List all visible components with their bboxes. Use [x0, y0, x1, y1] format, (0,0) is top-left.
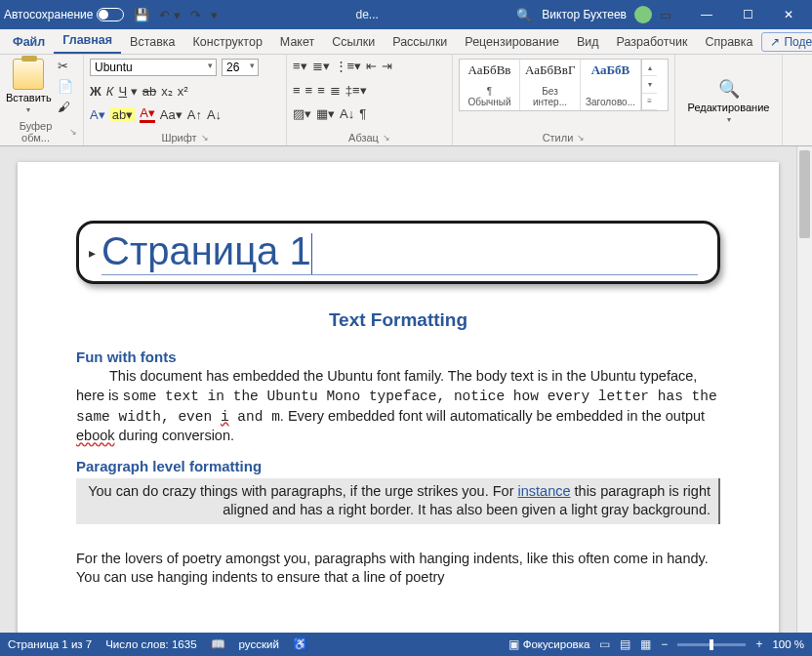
font-size-select[interactable]: 26: [222, 59, 259, 76]
justify-button[interactable]: ≣: [330, 83, 341, 98]
align-left-button[interactable]: ≡: [293, 83, 301, 98]
paragraph-poetry[interactable]: For the lovers of poetry amongst you, pa…: [76, 550, 720, 588]
scroll-thumb[interactable]: [799, 150, 810, 238]
toggle-off-icon[interactable]: [97, 8, 124, 21]
maximize-button[interactable]: ☐: [728, 1, 767, 28]
page-heading[interactable]: Страница 1: [102, 229, 698, 275]
bullets-button[interactable]: ≡▾: [293, 59, 307, 73]
vertical-scrollbar[interactable]: [796, 146, 812, 633]
align-center-button[interactable]: ≡: [305, 83, 313, 98]
tab-layout[interactable]: Макет: [271, 30, 323, 54]
shading-button[interactable]: ▨▾: [293, 106, 311, 121]
paste-icon: [13, 59, 44, 90]
line-spacing-button[interactable]: ‡≡▾: [345, 83, 367, 98]
sort-button[interactable]: A↓: [340, 106, 354, 121]
style-heading1[interactable]: АаБбВЗаголово...: [581, 60, 641, 110]
multilevel-button[interactable]: ⋮≡▾: [335, 59, 362, 73]
title-heading-box[interactable]: ▸ Страница 1: [76, 221, 720, 284]
tab-home[interactable]: Главная: [54, 28, 121, 54]
font-family-select[interactable]: Ubuntu: [90, 59, 217, 76]
copy-icon[interactable]: 📄: [58, 79, 73, 94]
group-font: Ubuntu 26 Ж К Ч ▾ ab x₂ x² A▾ ab▾ A▾ Aa▾…: [84, 55, 287, 145]
cut-icon[interactable]: ✂: [58, 59, 73, 73]
tab-file[interactable]: Файл: [4, 30, 54, 54]
text-effects-button[interactable]: A▾: [90, 107, 105, 122]
heading-para-formatting[interactable]: Paragraph level formatting: [76, 458, 720, 474]
title-bar: Автосохранение 💾 ↶ ▾ ↷ ▾ de... 🔍 Виктор …: [0, 0, 812, 29]
document-title: de...: [218, 8, 516, 21]
underline-button[interactable]: Ч ▾: [118, 84, 137, 99]
search-icon[interactable]: 🔍: [516, 8, 532, 22]
change-case-button[interactable]: Aa▾: [160, 107, 183, 122]
minimize-button[interactable]: —: [687, 1, 726, 28]
align-right-button[interactable]: ≡: [317, 83, 325, 98]
shrink-font-button[interactable]: A↓: [207, 107, 222, 122]
tab-design[interactable]: Конструктор: [184, 30, 271, 54]
strike-button[interactable]: ab: [142, 84, 156, 99]
zoom-out-icon[interactable]: −: [661, 637, 668, 651]
group-paragraph: ≡▾ ≣▾ ⋮≡▾ ⇤ ⇥ ≡ ≡ ≡ ≣ ‡≡▾ ▨▾ ▦▾ A↓ ¶ Абз…: [287, 55, 453, 145]
status-page[interactable]: Страница 1 из 7: [8, 638, 92, 650]
superscript-button[interactable]: x²: [178, 84, 188, 99]
qat-more-icon[interactable]: ▾: [211, 8, 218, 22]
text-cursor: [311, 233, 312, 274]
avatar[interactable]: [634, 6, 652, 23]
para-launcher-icon[interactable]: ↘: [383, 133, 390, 143]
status-words[interactable]: Число слов: 1635: [105, 638, 196, 650]
dec-indent-button[interactable]: ⇤: [366, 59, 377, 73]
heading-text-formatting[interactable]: Text Formatting: [76, 309, 720, 331]
styles-scroll[interactable]: ▴▾≡: [641, 60, 657, 110]
highlight-button[interactable]: ab▾: [110, 107, 135, 122]
status-language[interactable]: русский: [239, 638, 279, 650]
tab-mailings[interactable]: Рассылки: [384, 30, 456, 54]
format-painter-icon[interactable]: 🖌: [58, 100, 73, 114]
bold-button[interactable]: Ж: [90, 84, 102, 99]
zoom-slider[interactable]: [677, 643, 746, 646]
editing-label[interactable]: Редактирование: [688, 102, 770, 113]
print-layout-icon[interactable]: ▤: [620, 637, 630, 651]
styles-gallery[interactable]: АаБбВв¶ Обычный АаБбВвГБез интер... АаБб…: [459, 59, 669, 111]
page[interactable]: ▸ Страница 1 Text Formatting Fun with fo…: [18, 162, 779, 633]
accessibility-icon[interactable]: ♿: [293, 637, 307, 651]
subscript-button[interactable]: x₂: [161, 84, 173, 99]
tab-help[interactable]: Справка: [696, 30, 761, 54]
inc-indent-button[interactable]: ⇥: [382, 59, 392, 73]
document-area[interactable]: ▸ Страница 1 Text Formatting Fun with fo…: [0, 146, 796, 633]
web-layout-icon[interactable]: ▦: [640, 637, 651, 651]
tab-review[interactable]: Рецензирование: [456, 30, 568, 54]
find-icon[interactable]: 🔍: [718, 78, 740, 100]
paragraph-gray-box[interactable]: You can do crazy things with paragraphs,…: [76, 478, 720, 524]
font-color-button[interactable]: A▾: [140, 105, 155, 123]
tab-insert[interactable]: Вставка: [121, 30, 183, 54]
grow-font-button[interactable]: A↑: [187, 107, 202, 122]
borders-button[interactable]: ▦▾: [316, 106, 335, 121]
paste-button[interactable]: Вставить ▾: [6, 59, 52, 114]
style-normal[interactable]: АаБбВв¶ Обычный: [460, 60, 520, 110]
spell-icon[interactable]: 📖: [211, 637, 225, 651]
font-launcher-icon[interactable]: ↘: [201, 133, 209, 143]
numbering-button[interactable]: ≣▾: [312, 59, 330, 73]
redo-icon[interactable]: ↷: [190, 8, 201, 22]
zoom-in-icon[interactable]: +: [755, 637, 762, 651]
heading-fun-fonts[interactable]: Fun with fonts: [76, 348, 720, 365]
autosave-toggle[interactable]: Автосохранение: [4, 8, 124, 21]
tab-view[interactable]: Вид: [568, 30, 608, 54]
ribbon-tabs: Файл Главная Вставка Конструктор Макет С…: [0, 29, 812, 55]
ribbon-display-icon[interactable]: ▭: [660, 8, 671, 22]
paragraph-fonts[interactable]: This document has embedded the Ubuntu fo…: [76, 367, 720, 445]
show-marks-button[interactable]: ¶: [359, 106, 366, 121]
save-icon[interactable]: 💾: [134, 8, 149, 22]
tab-developer[interactable]: Разработчик: [608, 30, 697, 54]
read-mode-icon[interactable]: ▭: [599, 637, 610, 651]
clipboard-launcher-icon[interactable]: ↘: [69, 127, 77, 137]
collapse-arrow-icon[interactable]: ▸: [89, 245, 96, 261]
focus-mode[interactable]: ▣ Фокусировка: [508, 637, 589, 651]
zoom-value[interactable]: 100 %: [772, 638, 804, 650]
italic-button[interactable]: К: [106, 84, 114, 99]
style-nospacing[interactable]: АаБбВвГБез интер...: [520, 60, 581, 110]
tab-references[interactable]: Ссылки: [323, 30, 384, 54]
close-button[interactable]: ✕: [769, 1, 808, 28]
undo-icon[interactable]: ↶ ▾: [159, 8, 181, 22]
share-button[interactable]: ↗Поделиться: [761, 32, 812, 52]
styles-launcher-icon[interactable]: ↘: [577, 133, 585, 143]
